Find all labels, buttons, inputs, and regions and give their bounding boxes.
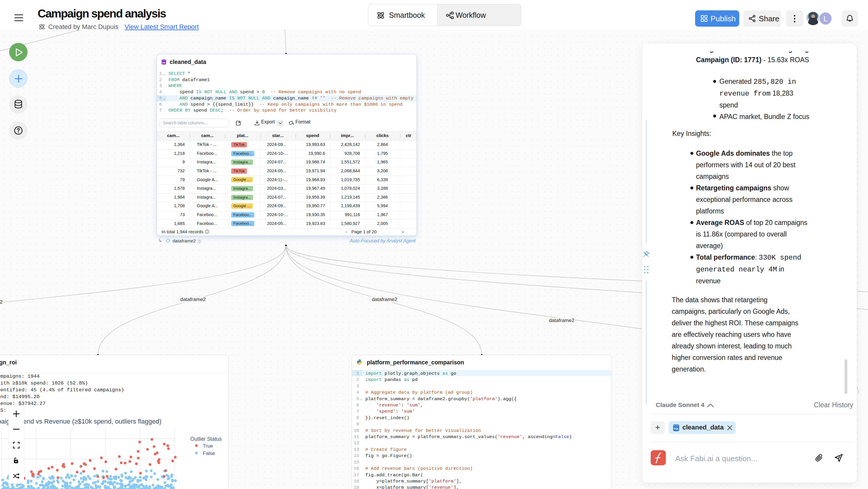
svg-text:SQL: SQL — [162, 62, 166, 64]
svg-text:SQL: SQL — [674, 427, 679, 430]
